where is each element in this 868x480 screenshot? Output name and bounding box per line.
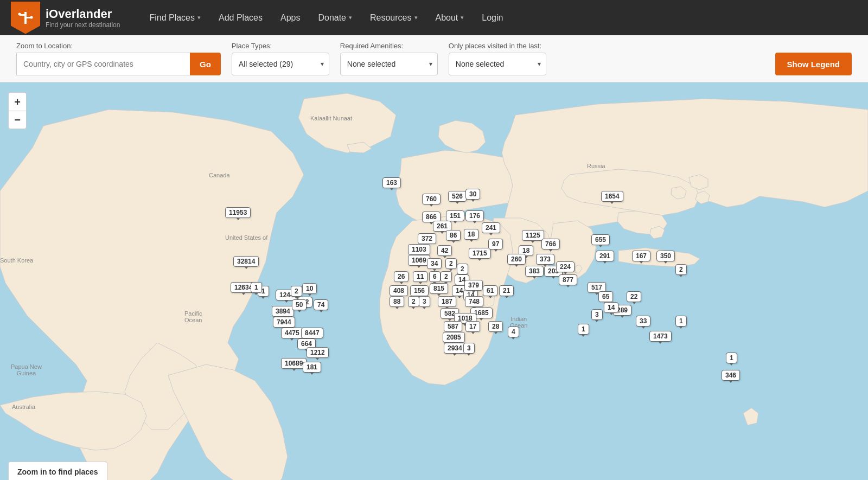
map-cluster-marker[interactable]: 34 bbox=[427, 258, 442, 269]
amenities-label: Required Amenities: bbox=[340, 42, 438, 50]
map-cluster-marker[interactable]: 181 bbox=[303, 362, 321, 373]
map-cluster-marker[interactable]: 748 bbox=[465, 296, 483, 307]
map-cluster-marker[interactable]: 379 bbox=[464, 280, 483, 291]
nav-donate[interactable]: Donate ▾ bbox=[310, 9, 360, 27]
map-cluster-marker[interactable]: 2934 bbox=[444, 343, 466, 354]
map-cluster-marker[interactable]: 2 bbox=[457, 264, 468, 274]
nav-add-places[interactable]: Add Places bbox=[211, 9, 270, 27]
map-cluster-marker[interactable]: 2 bbox=[408, 296, 419, 307]
map-cluster-marker[interactable]: 7944 bbox=[273, 317, 295, 328]
map-cluster-marker[interactable]: 10 bbox=[302, 283, 317, 294]
nav-apps[interactable]: Apps bbox=[273, 9, 308, 27]
map-cluster-marker[interactable]: 2 bbox=[675, 264, 687, 275]
map-cluster-marker[interactable]: 33 bbox=[636, 316, 650, 327]
map-cluster-marker[interactable]: 2085 bbox=[443, 332, 465, 343]
map-cluster-marker[interactable]: 1 bbox=[578, 324, 589, 335]
map-cluster-marker[interactable]: 2 bbox=[441, 271, 452, 282]
map-cluster-marker[interactable]: 2 bbox=[291, 286, 302, 297]
map-cluster-marker[interactable]: 156 bbox=[410, 285, 429, 296]
map-cluster-marker[interactable]: 1125 bbox=[522, 230, 544, 241]
map-cluster-marker[interactable]: 97 bbox=[488, 239, 503, 249]
map-cluster-marker[interactable]: 2 bbox=[445, 258, 457, 269]
map-cluster-marker[interactable]: 163 bbox=[382, 177, 401, 188]
map-cluster-marker[interactable]: 766 bbox=[541, 239, 560, 249]
map-cluster-marker[interactable]: 224 bbox=[556, 261, 575, 272]
map-cluster-marker[interactable]: 6 bbox=[429, 271, 441, 282]
map-cluster-marker[interactable]: 8447 bbox=[301, 328, 323, 338]
map-cluster-marker[interactable]: 4475 bbox=[281, 328, 303, 338]
location-input[interactable] bbox=[16, 53, 190, 75]
map-cluster-marker[interactable]: 65 bbox=[598, 291, 613, 302]
map-cluster-marker[interactable]: 167 bbox=[632, 251, 650, 261]
map-cluster-marker[interactable]: 346 bbox=[722, 370, 740, 381]
map-cluster-marker[interactable]: 587 bbox=[444, 321, 462, 332]
map-cluster-marker[interactable]: 86 bbox=[446, 230, 461, 241]
map-cluster-marker[interactable]: 1 bbox=[726, 353, 737, 363]
map-cluster-marker[interactable]: 815 bbox=[430, 283, 448, 294]
map-cluster-marker[interactable]: 21 bbox=[499, 285, 514, 296]
nav-about[interactable]: About ▾ bbox=[428, 9, 472, 27]
map-cluster-marker[interactable]: 1103 bbox=[408, 244, 430, 255]
nav-resources[interactable]: Resources ▾ bbox=[362, 9, 425, 27]
go-button[interactable]: Go bbox=[190, 53, 221, 75]
map-cluster-marker[interactable]: 11953 bbox=[225, 207, 251, 218]
map-cluster-marker[interactable]: 88 bbox=[390, 296, 404, 307]
navbar: iOverlander Find your next destination F… bbox=[0, 0, 868, 35]
map-cluster-marker[interactable]: 383 bbox=[525, 266, 544, 277]
map-cluster-marker[interactable]: 373 bbox=[536, 254, 554, 265]
map-cluster-marker[interactable]: 3894 bbox=[272, 306, 294, 317]
visited-group: Only places visited in the last: None se… bbox=[449, 42, 546, 75]
visited-select[interactable]: None selected bbox=[449, 53, 546, 75]
map-cluster-marker[interactable]: 1212 bbox=[307, 347, 329, 358]
map-cluster-marker[interactable]: 32814 bbox=[233, 256, 259, 267]
map-cluster-marker[interactable]: 372 bbox=[418, 233, 436, 244]
map-cluster-marker[interactable]: 526 bbox=[448, 191, 467, 202]
map-cluster-marker[interactable]: 1 bbox=[251, 282, 262, 293]
map-cluster-marker[interactable]: 50 bbox=[292, 299, 307, 310]
map-cluster-marker[interactable]: 74 bbox=[314, 299, 328, 310]
map-cluster-marker[interactable]: 30 bbox=[465, 189, 480, 200]
map-container[interactable]: Kalaallit Nunaat Canada United States of… bbox=[0, 82, 868, 480]
map-cluster-marker[interactable]: 241 bbox=[482, 222, 500, 233]
filter-bar: Zoom to Location: Go Place Types: All se… bbox=[0, 35, 868, 82]
map-cluster-marker[interactable]: 3 bbox=[463, 343, 475, 354]
map-cluster-marker[interactable]: 877 bbox=[559, 274, 577, 285]
map-cluster-marker[interactable]: 17 bbox=[465, 321, 480, 332]
amenities-select-wrapper: None selected ▾ bbox=[340, 53, 438, 75]
map-cluster-marker[interactable]: 18 bbox=[464, 229, 478, 240]
logo[interactable]: iOverlander Find your next destination bbox=[11, 2, 120, 34]
map-cluster-marker[interactable]: 408 bbox=[390, 285, 408, 296]
map-cluster-marker[interactable]: 61 bbox=[483, 285, 497, 296]
map-cluster-marker[interactable]: 1715 bbox=[469, 248, 491, 259]
map-cluster-marker[interactable]: 187 bbox=[438, 296, 456, 307]
map-cluster-marker[interactable]: 291 bbox=[596, 251, 614, 261]
map-cluster-marker[interactable]: 1654 bbox=[601, 191, 623, 202]
svg-point-4 bbox=[30, 16, 33, 18]
map-cluster-marker[interactable]: 28 bbox=[488, 321, 503, 332]
show-legend-button[interactable]: Show Legend bbox=[775, 53, 852, 75]
zoom-in-button[interactable]: + bbox=[8, 92, 27, 111]
map-cluster-marker[interactable]: 4 bbox=[508, 327, 519, 337]
nav-find-places[interactable]: Find Places ▾ bbox=[142, 9, 208, 27]
map-cluster-marker[interactable]: 655 bbox=[591, 234, 610, 245]
nav-login[interactable]: Login bbox=[474, 9, 510, 27]
map-cluster-marker[interactable]: 11 bbox=[413, 271, 427, 282]
map-cluster-marker[interactable]: 1473 bbox=[649, 331, 672, 342]
map-cluster-marker[interactable]: 26 bbox=[394, 271, 409, 282]
map-cluster-marker[interactable]: 350 bbox=[656, 251, 675, 261]
map-cluster-marker[interactable]: 1 bbox=[675, 316, 687, 327]
map-cluster-marker[interactable]: 3 bbox=[591, 309, 603, 320]
logo-title: iOverlander bbox=[46, 7, 120, 21]
logo-text: iOverlander Find your next destination bbox=[46, 7, 120, 29]
place-types-select[interactable]: All selected (29) bbox=[232, 53, 329, 75]
map-cluster-marker[interactable]: 3 bbox=[419, 296, 430, 307]
map-cluster-marker[interactable]: 260 bbox=[507, 254, 526, 265]
map-cluster-marker[interactable]: 151 bbox=[446, 210, 464, 221]
map-cluster-marker[interactable]: 22 bbox=[627, 291, 641, 302]
amenities-select[interactable]: None selected bbox=[340, 53, 438, 75]
map-cluster-marker[interactable]: 14 bbox=[604, 302, 618, 313]
map-cluster-marker[interactable]: 760 bbox=[422, 194, 441, 204]
map-cluster-marker[interactable]: 176 bbox=[465, 210, 484, 221]
zoom-out-button[interactable]: − bbox=[8, 111, 27, 129]
map-cluster-marker[interactable]: 42 bbox=[437, 245, 452, 256]
